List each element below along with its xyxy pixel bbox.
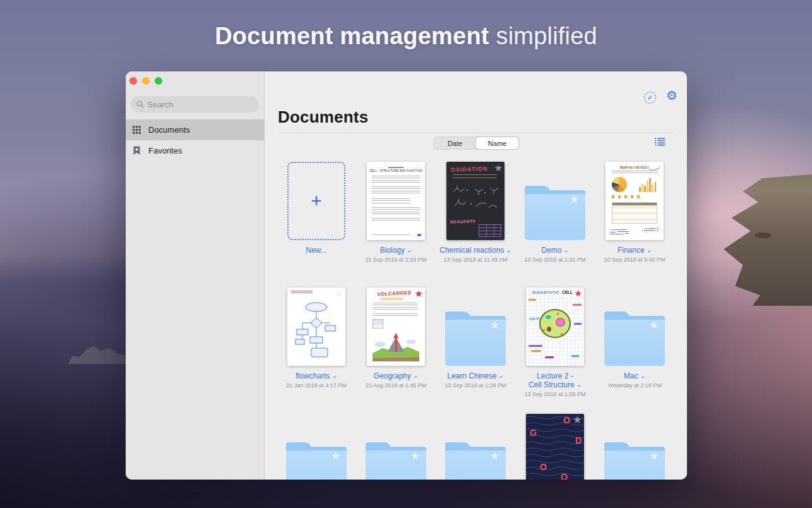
chevron-down-icon[interactable]: ⌄ bbox=[413, 372, 418, 379]
favorite-star-icon[interactable]: ★ bbox=[489, 319, 500, 331]
document-date: Yesterday at 2:19 PM bbox=[607, 382, 662, 389]
document-thumbnail-geography[interactable]: VOLCANOES ★ bbox=[367, 287, 425, 366]
sort-segmented-control: Date Name bbox=[433, 136, 519, 150]
grid-cell-lecture-2: EUKARYOTIC CELL ★ GOLGI bbox=[515, 287, 595, 397]
document-thumbnail-cover[interactable]: G O D O O ★ bbox=[526, 414, 584, 480]
document-date: 13 Sep 2019 at 1:58 PM bbox=[524, 391, 585, 397]
chevron-down-icon[interactable]: ⌄ bbox=[640, 372, 645, 379]
gear-icon: ⚙ bbox=[666, 88, 678, 102]
settings-button[interactable]: ⚙ bbox=[666, 89, 678, 102]
search-input[interactable]: Search bbox=[131, 96, 259, 112]
document-thumbnail-chemical-reactions[interactable]: OXIDATION ★ bbox=[446, 162, 505, 240]
search-icon bbox=[136, 100, 144, 108]
grid-cell-folder: ★ bbox=[356, 414, 436, 480]
favorite-star-icon[interactable]: ☆ bbox=[415, 164, 422, 172]
minimize-button[interactable] bbox=[142, 77, 150, 85]
list-view-button[interactable] bbox=[655, 137, 666, 148]
document-thumbnail-finance[interactable]: MONTHLY BUDGET bbox=[606, 162, 664, 240]
document-thumbnail-lecture-2[interactable]: EUKARYOTIC CELL ★ GOLGI bbox=[526, 287, 584, 366]
thumb-title-2: CELL bbox=[562, 290, 573, 294]
favorite-star-icon[interactable]: ★ bbox=[574, 289, 582, 298]
cover-letter: O bbox=[540, 462, 547, 472]
grid-cell-chemical-reactions: OXIDATION ★ bbox=[436, 162, 515, 263]
page-title: Documents bbox=[278, 107, 368, 127]
folder-thumbnail[interactable]: ★ bbox=[366, 442, 426, 480]
folder-thumbnail[interactable]: ★ bbox=[445, 442, 506, 480]
molecule-sketches bbox=[448, 183, 503, 217]
grid-cell-demo: ★ Demo⌄ 13 Sep 2019 at 1:31 PM bbox=[515, 162, 595, 263]
folder-thumbnail-learn-chinese[interactable]: ★ bbox=[445, 311, 506, 366]
favorite-star-icon[interactable]: ★ bbox=[648, 319, 659, 331]
grid-cell-biology: CELL - STRUCTURE AND FUNCTION ☆ Biology⌄… bbox=[356, 162, 436, 263]
app-window: Search Documents Favorites bbox=[126, 71, 687, 480]
thumb-title: VOLCANOES bbox=[377, 290, 412, 298]
favorite-star-icon[interactable]: ☆ bbox=[335, 289, 343, 298]
grid-cell-finance: MONTHLY BUDGET bbox=[595, 162, 674, 263]
grid-cell-folder: ★ bbox=[595, 414, 674, 480]
folder-thumbnail[interactable]: ★ bbox=[286, 442, 347, 480]
chevron-down-icon[interactable]: ⌄ bbox=[331, 372, 337, 379]
volcano-sketch bbox=[371, 330, 421, 362]
document-label[interactable]: flowcharts⌄ bbox=[296, 372, 337, 381]
sidebar-item-favorites[interactable]: Favorites bbox=[126, 140, 265, 161]
document-label[interactable]: Lecture 2 - Cell Structure⌄ bbox=[528, 372, 582, 390]
document-thumbnail-biology[interactable]: CELL - STRUCTURE AND FUNCTION ☆ bbox=[367, 162, 425, 240]
documents-grid-row-3: ★ ★ ★ bbox=[277, 414, 674, 480]
grid-icon bbox=[133, 126, 141, 134]
zoom-button[interactable] bbox=[155, 77, 162, 85]
favorite-star-icon[interactable]: ★ bbox=[410, 450, 421, 462]
document-label[interactable]: Finance⌄ bbox=[618, 246, 652, 255]
thumb-title: EUKARYOTIC bbox=[532, 291, 559, 294]
cover-letter: G bbox=[530, 428, 537, 438]
chevron-down-icon[interactable]: ⌄ bbox=[576, 381, 582, 388]
favorite-star-icon[interactable]: ★ bbox=[489, 450, 500, 462]
close-button[interactable] bbox=[129, 77, 137, 85]
document-label[interactable]: Mac⌄ bbox=[624, 372, 645, 381]
document-label[interactable]: Biology⌄ bbox=[380, 246, 412, 255]
window-controls bbox=[129, 77, 162, 85]
document-label[interactable]: Demo⌄ bbox=[541, 246, 568, 255]
new-document-button[interactable]: + bbox=[287, 162, 345, 240]
chevron-down-icon[interactable]: ⌄ bbox=[647, 246, 652, 253]
favorite-star-icon[interactable]: ★ bbox=[569, 193, 580, 205]
document-thumbnail-flowcharts[interactable]: ☆ bbox=[287, 287, 345, 366]
hero-caption: Document management simplified bbox=[0, 23, 812, 50]
document-label[interactable]: Geography⌄ bbox=[374, 372, 419, 381]
hero-caption-light: simplified bbox=[496, 23, 597, 49]
folder-thumbnail-demo[interactable]: ★ bbox=[525, 186, 585, 240]
folder-thumbnail-mac[interactable]: ★ bbox=[604, 311, 665, 366]
chevron-down-icon[interactable]: ⌄ bbox=[506, 246, 511, 253]
folder-thumbnail[interactable]: ★ bbox=[604, 442, 665, 480]
main-content: ✓ ⚙ Documents Date Name bbox=[265, 71, 687, 480]
sidebar-item-documents[interactable]: Documents bbox=[126, 119, 265, 140]
document-label[interactable]: New... bbox=[306, 246, 326, 255]
cover-letter: D bbox=[575, 435, 582, 445]
favorite-star-icon[interactable]: ★ bbox=[415, 289, 423, 298]
documents-grid-row-1: + New... CELL - STRUCTURE AND FUNCTION ☆ bbox=[277, 162, 674, 263]
grid-cell-new: + New... bbox=[277, 162, 356, 263]
chevron-down-icon[interactable]: ⌄ bbox=[563, 246, 568, 253]
heading-divider bbox=[278, 133, 674, 133]
cover-letter: O bbox=[563, 415, 570, 425]
chevron-down-icon[interactable]: ⌄ bbox=[407, 246, 412, 253]
favorite-star-icon[interactable]: ★ bbox=[573, 414, 582, 425]
bookmark-icon bbox=[133, 146, 141, 155]
favorite-star-icon[interactable]: ★ bbox=[494, 163, 503, 172]
cover-letter: O bbox=[561, 472, 568, 480]
sort-by-name-tab[interactable]: Name bbox=[476, 137, 518, 149]
select-documents-button[interactable]: ✓ bbox=[644, 92, 656, 104]
documents-grid-row-2: ☆ bbox=[277, 287, 674, 397]
search-placeholder: Search bbox=[147, 100, 173, 109]
document-label[interactable]: Learn Chinese⌄ bbox=[447, 372, 503, 381]
document-date: 21 Jan 2019 at 4:17 PM bbox=[286, 382, 347, 389]
favorite-star-icon[interactable]: ★ bbox=[648, 450, 659, 462]
check-icon: ✓ bbox=[647, 94, 652, 101]
document-label[interactable]: Chemical reactions⌄ bbox=[439, 246, 511, 255]
thumb-title: OXIDATION bbox=[451, 166, 488, 173]
favorite-star-icon[interactable]: ★ bbox=[330, 450, 341, 462]
document-date: 11 Sep 2019 at 2:33 PM bbox=[366, 257, 426, 263]
sidebar-item-label: Documents bbox=[148, 125, 190, 135]
sort-by-date-tab[interactable]: Date bbox=[434, 137, 476, 149]
document-date: 13 Sep 2019 at 1:29 PM bbox=[445, 382, 506, 389]
chevron-down-icon[interactable]: ⌄ bbox=[498, 372, 503, 379]
